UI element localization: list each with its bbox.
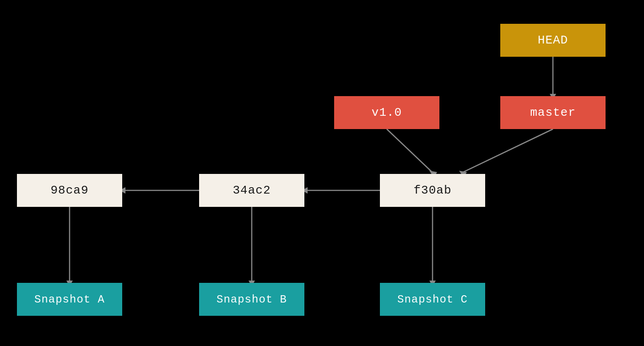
snapshot-c-label: Snapshot C xyxy=(397,293,468,306)
v10-node: v1.0 xyxy=(334,96,439,129)
svg-line-4 xyxy=(462,129,553,173)
v10-label: v1.0 xyxy=(372,106,402,119)
head-node: HEAD xyxy=(500,24,606,57)
snapshot-b-node: Snapshot B xyxy=(199,283,304,316)
snapshot-c-node: Snapshot C xyxy=(380,283,485,316)
snapshot-a-node: Snapshot A xyxy=(17,283,122,316)
snapshot-a-label: Snapshot A xyxy=(34,293,105,306)
master-node: master xyxy=(500,96,606,129)
head-label: HEAD xyxy=(538,33,568,47)
commit-34ac2-label: 34ac2 xyxy=(233,184,271,197)
svg-line-2 xyxy=(387,129,433,173)
master-label: master xyxy=(530,106,576,119)
commit-34ac2-node: 34ac2 xyxy=(199,174,304,207)
commit-98ca9-node: 98ca9 xyxy=(17,174,122,207)
commit-f30ab-node: f30ab xyxy=(380,174,485,207)
commit-f30ab-label: f30ab xyxy=(413,184,451,197)
git-diagram: HEAD v1.0 master 98ca9 34ac2 f30ab Snaps… xyxy=(0,0,644,346)
commit-98ca9-label: 98ca9 xyxy=(50,184,88,197)
snapshot-b-label: Snapshot B xyxy=(216,293,287,306)
